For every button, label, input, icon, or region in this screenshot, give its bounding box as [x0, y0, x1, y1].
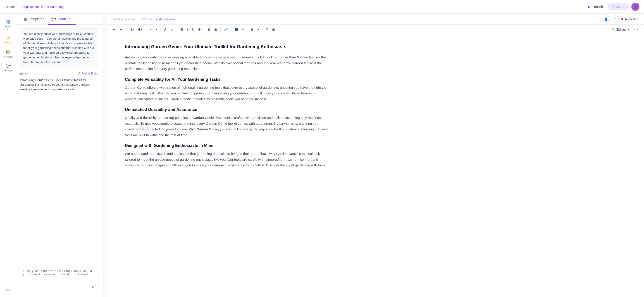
user-circle-icon: 👤: [604, 18, 608, 21]
older-versions-link[interactable]: Older versions: [156, 18, 175, 21]
content-para-2: Garden Genie offers a wide range of high…: [125, 85, 328, 102]
clear-format-button[interactable]: T̶: [264, 26, 270, 32]
strikethrough-button[interactable]: S: [197, 26, 202, 32]
add-to-editor-label: Add to Editor: [82, 72, 98, 75]
send-button[interactable]: ➤: [90, 284, 96, 290]
table-dropdown-button[interactable]: ▾: [256, 26, 261, 32]
sidebar-item-ai-images[interactable]: 🖼️ AI Images: [1, 47, 16, 60]
lightning-icon: ⚡: [6, 36, 11, 41]
italic-button[interactable]: I: [186, 26, 190, 32]
ai-content: Introducing Garden Genie: Your Ultimate …: [20, 78, 98, 92]
toolbar-sep-2: [146, 27, 146, 32]
link-button[interactable]: 🔗: [222, 26, 230, 32]
toolbar-sep-1: [126, 27, 126, 32]
sidebar-label-ai-images: AI Images: [3, 56, 13, 58]
chat-input[interactable]: [23, 269, 96, 283]
content-heading-4: Designed with Gardening Enthusiasts in M…: [125, 143, 328, 148]
user-icon-btn[interactable]: 👤: [602, 16, 610, 23]
more-icon: ···: [6, 283, 10, 288]
content-para-3: Quality and durability are our top prior…: [125, 115, 328, 138]
toolbar-sep-8: [247, 27, 247, 32]
tab-templates-label: Templates: [29, 17, 44, 21]
sidebar-item-more[interactable]: ··· More: [1, 281, 16, 294]
numbered-list-button[interactable]: ⊞: [213, 26, 218, 32]
editing-chevron-icon: ▾: [628, 28, 630, 31]
share-label: Share: [616, 5, 624, 8]
editing-label: Editing: [617, 28, 626, 31]
back-arrow-icon: ‹: [4, 5, 6, 9]
breadcrumb-name: Notes and Summary: [34, 5, 64, 8]
align-button[interactable]: ≡: [148, 26, 153, 32]
sidebar-label-more: More: [6, 288, 11, 291]
tab-templates[interactable]: ▦ Templates: [20, 14, 48, 25]
prompt-box: You are a copy editor with knowledge of …: [20, 28, 98, 68]
back-label: Home: [7, 5, 16, 8]
collapse-handle[interactable]: ‹: [102, 14, 107, 297]
paragraph-style-dropdown[interactable]: Normal ▾: [128, 26, 144, 32]
redo-button[interactable]: ↪: [118, 26, 124, 32]
ai-header: 🤖 AI 📝 Add to Editor: [20, 72, 98, 75]
editor-area: Saved seconds ago 392 words Older versio…: [107, 14, 644, 297]
image-dropdown-button[interactable]: ▾: [240, 26, 245, 32]
edit-pencil-icon: ✏️: [612, 28, 616, 31]
saved-text: Saved seconds ago: [111, 18, 137, 21]
toolbar-sep-9: [262, 27, 263, 32]
extra-format-button[interactable]: ⊠: [271, 26, 276, 32]
editing-dropdown[interactable]: ✏️ Editing ▾: [610, 26, 632, 32]
publish-button[interactable]: ▶ Publish: [585, 3, 606, 11]
main-layout: ⚙️ Brief + SEO ⚡ AI Writer 🖼️ AI Images …: [0, 14, 644, 297]
icon-sidebar: ⚙️ Brief + SEO ⚡ AI Writer 🖼️ AI Images …: [0, 14, 16, 297]
image-button[interactable]: 🖼: [233, 26, 240, 32]
panel-content: You are a copy editor with knowledge of …: [16, 25, 102, 262]
underline-button[interactable]: U: [190, 26, 196, 32]
bullet-list-button[interactable]: ⊟: [206, 26, 212, 32]
share-icon-btn[interactable]: ↗: [612, 16, 619, 23]
message-icon: 💬: [6, 64, 11, 68]
text-color-button[interactable]: A: [162, 26, 168, 32]
toolbar-sep-7: [231, 27, 232, 32]
chevron-down-icon: ▾: [141, 28, 142, 31]
avatar-image: 👤: [631, 3, 640, 11]
highlight-button[interactable]: 🖊: [169, 26, 175, 32]
sidebar-item-message[interactable]: 💬 Message: [1, 61, 16, 74]
back-button[interactable]: ‹ Home: [4, 5, 16, 9]
publish-icon: ▶: [588, 4, 590, 9]
content-heading: Introducing Garden Genie: Your Ultimate …: [125, 44, 328, 50]
breadcrumb: Template: Notes and Summary: [20, 5, 64, 8]
bold-button[interactable]: B: [179, 26, 184, 32]
content-para-4: We understand the passion and dedication…: [125, 151, 328, 168]
ai-robot-icon: 🤖: [20, 72, 24, 75]
sidebar-label-ai-writer: AI Writer: [4, 42, 12, 44]
red-dot-indicator: [621, 18, 624, 20]
user-avatar[interactable]: 👤: [631, 3, 640, 11]
word-count: 392 words: [140, 18, 154, 21]
breadcrumb-prefix: Template:: [20, 5, 34, 8]
add-to-editor-button[interactable]: 📝 Add to Editor: [76, 72, 98, 75]
editor-content[interactable]: Introducing Garden Genie: Your Ultimate …: [107, 34, 644, 297]
content-heading-2: Complete Versatility for All Your Garden…: [125, 77, 328, 82]
content-para-1: Are you a passionate gardener seeking a …: [125, 54, 328, 72]
add-to-editor-icon: 📝: [76, 72, 80, 75]
editor-topbar: Saved seconds ago 392 words Older versio…: [107, 14, 644, 25]
align-dropdown-button[interactable]: ▾: [154, 26, 158, 32]
topbar-icons: 👤 ↗ New Item: [602, 16, 640, 23]
gear-icon: ⚙️: [6, 20, 11, 24]
publish-label: Publish: [592, 5, 603, 8]
sidebar-item-ai-writer[interactable]: ⚡ AI Writer: [1, 34, 16, 46]
undo-button[interactable]: ↩: [111, 26, 117, 32]
sidebar-item-brief-seo[interactable]: ⚙️ Brief + SEO: [1, 17, 16, 32]
table-button[interactable]: ⊟: [249, 26, 255, 32]
share-button[interactable]: ↑ Share: [608, 3, 628, 10]
share-circle-icon: ↗: [614, 18, 616, 21]
sidebar-label-message: Message: [4, 69, 13, 72]
ai-label-text: AI: [25, 72, 28, 75]
paragraph-style-label: Normal: [130, 28, 140, 31]
panel-tabs: ▦ Templates 💬 ChatGPT: [16, 14, 102, 25]
tab-chatgpt[interactable]: 💬 ChatGPT: [48, 14, 76, 25]
ai-label: 🤖 AI: [20, 72, 28, 75]
more-options-button[interactable]: ⋯: [633, 26, 640, 33]
chat-send-area: ➤: [23, 284, 96, 290]
toolbar-sep-3: [160, 27, 161, 32]
sidebar-label-brief-seo: Brief + SEO: [3, 25, 14, 30]
new-item-area[interactable]: New Item: [621, 17, 640, 21]
